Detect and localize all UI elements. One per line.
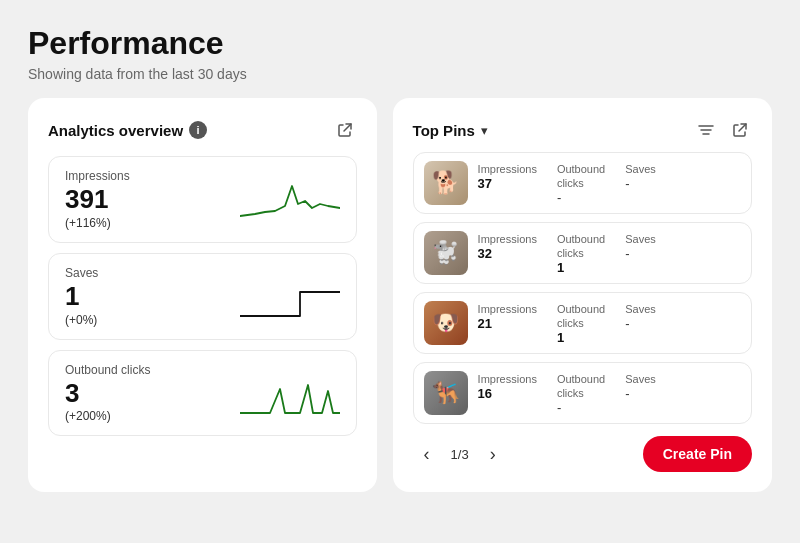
impressions-text: Impressions 391 (+116%) [65, 169, 130, 230]
pin-stat-saves-4: Saves - [625, 372, 656, 416]
pin-stat-outbound-4: Outboundclicks - [557, 372, 605, 416]
pin-saves-value-3: - [625, 316, 656, 331]
outbound-label: Outbound clicks [65, 363, 150, 377]
pin-stat-saves-3: Saves - [625, 302, 656, 346]
pin-row-4: 🐕‍🦺 Impressions 16 Outboundclicks - Save… [413, 362, 752, 424]
pin-row-2: 🐩 Impressions 32 Outboundclicks 1 Saves … [413, 222, 752, 284]
top-pins-header: Top Pins ▾ [413, 118, 752, 142]
pagination-prev-button[interactable]: ‹ [413, 440, 441, 468]
saves-text: Saves 1 (+0%) [65, 266, 98, 327]
pin-stats-4: Impressions 16 Outboundclicks - Saves - [478, 372, 741, 416]
pin-thumb-3: 🐶 [424, 301, 468, 345]
pin-outbound-value-2: 1 [557, 260, 605, 275]
pin-outbound-value-1: - [557, 190, 605, 205]
impressions-label: Impressions [65, 169, 130, 183]
analytics-header-icons [333, 118, 357, 142]
pagination: ‹ 1/3 › Create Pin [413, 436, 752, 472]
impressions-change: (+116%) [65, 216, 130, 230]
saves-change: (+0%) [65, 313, 98, 327]
pin-impressions-value-4: 16 [478, 386, 537, 401]
info-icon: i [189, 121, 207, 139]
analytics-panel: Analytics overview i Impressi [28, 98, 377, 492]
pin-impressions-label-3: Impressions [478, 302, 537, 316]
pin-impressions-label-1: Impressions [478, 162, 537, 176]
pin-saves-value-4: - [625, 386, 656, 401]
pin-stat-outbound-3: Outboundclicks 1 [557, 302, 605, 346]
outbound-card: Outbound clicks 3 (+200%) [48, 350, 357, 437]
saves-card: Saves 1 (+0%) [48, 253, 357, 340]
saves-label: Saves [65, 266, 98, 280]
top-pins-title: Top Pins [413, 122, 475, 139]
pin-row-3: 🐶 Impressions 21 Outboundclicks 1 Saves … [413, 292, 752, 354]
impressions-chart [240, 176, 340, 224]
pin-outbound-label-2: Outboundclicks [557, 232, 605, 261]
pin-stat-outbound-2: Outboundclicks 1 [557, 232, 605, 276]
pin-impressions-label-4: Impressions [478, 372, 537, 386]
page-subtitle: Showing data from the last 30 days [28, 66, 772, 82]
pin-saves-label-3: Saves [625, 302, 656, 316]
create-pin-button[interactable]: Create Pin [643, 436, 752, 472]
pin-impressions-value-1: 37 [478, 176, 537, 191]
pin-thumb-4: 🐕‍🦺 [424, 371, 468, 415]
pin-stats-3: Impressions 21 Outboundclicks 1 Saves - [478, 302, 741, 346]
pin-stats-2: Impressions 32 Outboundclicks 1 Saves - [478, 232, 741, 276]
outbound-chart [240, 369, 340, 417]
pin-stat-saves-1: Saves - [625, 162, 656, 206]
pagination-left: ‹ 1/3 › [413, 440, 507, 468]
pin-saves-label-2: Saves [625, 232, 656, 246]
page-indicator: 1/3 [451, 447, 469, 462]
pin-saves-label-4: Saves [625, 372, 656, 386]
pin-stat-outbound-1: Outboundclicks - [557, 162, 605, 206]
pin-stat-saves-2: Saves - [625, 232, 656, 276]
top-pins-filter-icon[interactable] [694, 118, 718, 142]
pin-outbound-label-1: Outboundclicks [557, 162, 605, 191]
pin-thumb-2: 🐩 [424, 231, 468, 275]
outbound-text: Outbound clicks 3 (+200%) [65, 363, 150, 424]
page-wrapper: Performance Showing data from the last 3… [0, 0, 800, 543]
outbound-change: (+200%) [65, 409, 150, 423]
saves-chart [240, 272, 340, 320]
saves-value: 1 [65, 282, 98, 311]
panels-container: Analytics overview i Impressi [28, 98, 772, 492]
pin-thumb-1: 🐕 [424, 161, 468, 205]
pin-impressions-label-2: Impressions [478, 232, 537, 246]
pin-outbound-label-4: Outboundclicks [557, 372, 605, 401]
pagination-next-button[interactable]: › [479, 440, 507, 468]
top-pins-icons [694, 118, 752, 142]
pin-stat-impressions-2: Impressions 32 [478, 232, 537, 276]
outbound-value: 3 [65, 379, 150, 408]
pin-saves-value-1: - [625, 176, 656, 191]
pin-stat-impressions-3: Impressions 21 [478, 302, 537, 346]
pin-saves-value-2: - [625, 246, 656, 261]
pin-stat-impressions-4: Impressions 16 [478, 372, 537, 416]
pin-outbound-label-3: Outboundclicks [557, 302, 605, 331]
analytics-header: Analytics overview i [48, 118, 357, 142]
pin-outbound-value-4: - [557, 400, 605, 415]
pin-stat-impressions-1: Impressions 37 [478, 162, 537, 206]
top-pins-export-icon[interactable] [728, 118, 752, 142]
pin-impressions-value-3: 21 [478, 316, 537, 331]
analytics-title: Analytics overview [48, 122, 183, 139]
impressions-value: 391 [65, 185, 130, 214]
top-pins-chevron-icon: ▾ [481, 123, 488, 138]
impressions-card: Impressions 391 (+116%) [48, 156, 357, 243]
top-pins-panel: Top Pins ▾ [393, 98, 772, 492]
pin-impressions-value-2: 32 [478, 246, 537, 261]
pin-outbound-value-3: 1 [557, 330, 605, 345]
page-title: Performance [28, 24, 772, 62]
analytics-header-left: Analytics overview i [48, 121, 207, 139]
pin-stats-1: Impressions 37 Outboundclicks - Saves - [478, 162, 741, 206]
pin-row-1: 🐕 Impressions 37 Outboundclicks - Saves … [413, 152, 752, 214]
analytics-external-link-icon[interactable] [333, 118, 357, 142]
pin-saves-label-1: Saves [625, 162, 656, 176]
top-pins-title-wrap[interactable]: Top Pins ▾ [413, 122, 488, 139]
